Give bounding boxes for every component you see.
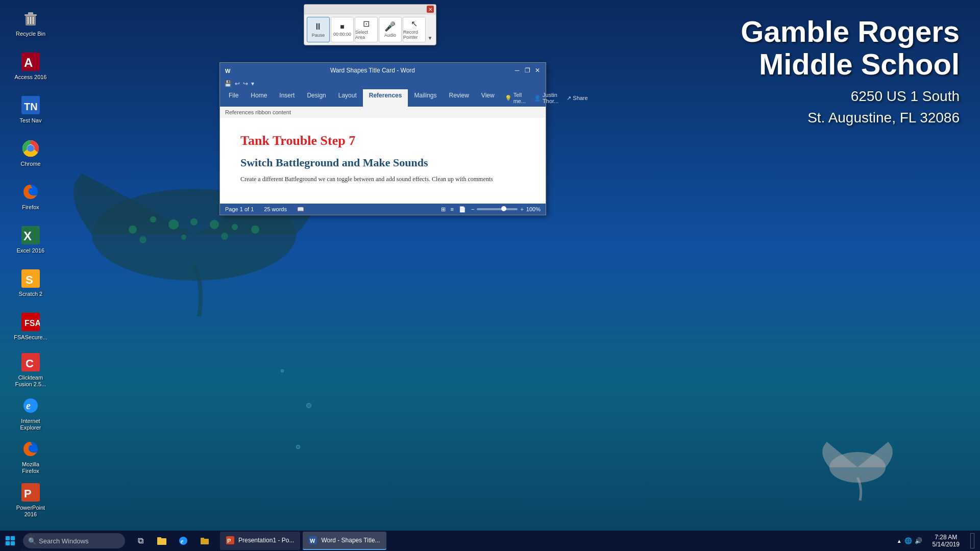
svg-text:e: e: [26, 400, 31, 411]
svg-text:W: W: [310, 538, 315, 544]
chrome-icon: [20, 138, 41, 159]
desktop-icons-column: Recycle Bin A Access 2016 TN Test Nav: [0, 0, 61, 531]
school-name-line1: Gamble Rogers: [741, 15, 960, 48]
rec-btn-timer[interactable]: ■ 00:00:00: [331, 17, 354, 42]
desktop-icon-firefox[interactable]: Firefox: [10, 176, 51, 217]
tray-network-icon[interactable]: 🌐: [904, 537, 912, 544]
word-save-btn[interactable]: 💾: [224, 80, 232, 87]
word-minimize-btn[interactable]: ─: [513, 66, 521, 74]
zoom-slider[interactable]: [477, 208, 518, 210]
desktop-icon-recycle-bin[interactable]: Recycle Bin: [10, 3, 51, 43]
svg-text:e: e: [181, 538, 184, 545]
tab-layout[interactable]: Layout: [332, 89, 363, 107]
rec-btn-select-area[interactable]: ⊡ Select Area: [355, 17, 378, 42]
desktop-icon-excel[interactable]: X Excel 2016: [10, 219, 51, 260]
word-restore-btn[interactable]: ❐: [523, 66, 531, 74]
school-address-line2: St. Augustine, FL 32086: [741, 107, 960, 129]
record-pointer-label: Record Pointer: [403, 30, 425, 40]
desktop-icon-chrome[interactable]: Chrome: [10, 133, 51, 173]
tray-up-arrow[interactable]: ▲: [897, 538, 902, 544]
file-explorer-icon: [157, 536, 167, 546]
layout-view-icon[interactable]: ⊞: [441, 206, 446, 213]
desktop-icon-access[interactable]: A Access 2016: [10, 46, 51, 87]
tab-design[interactable]: Design: [301, 89, 332, 107]
tell-me-item[interactable]: 💡 Tell me...: [501, 89, 530, 107]
tell-me-icon: 💡: [505, 95, 512, 102]
tab-view[interactable]: View: [475, 89, 501, 107]
svg-point-24: [28, 146, 33, 151]
share-item[interactable]: ↗ Share: [562, 89, 592, 107]
recording-toolbar: ✕ ⏸ Pause ■ 00:00:00 ⊡ Select Area 🎤 Aud…: [304, 4, 436, 45]
zoom-in-btn[interactable]: +: [520, 206, 523, 212]
taskbar-file-explorer[interactable]: [152, 531, 172, 551]
desktop-icon-test-nav[interactable]: TN Test Nav: [10, 89, 51, 130]
taskbar-search[interactable]: 🔍 Search Windows: [23, 533, 125, 548]
tab-review[interactable]: Review: [443, 89, 475, 107]
chrome-label: Chrome: [20, 161, 40, 167]
desktop-icon-mozilla[interactable]: Mozilla Firefox: [10, 436, 51, 477]
share-label: Share: [573, 95, 587, 101]
draft-view-icon[interactable]: 📄: [459, 206, 466, 213]
rec-btn-pause[interactable]: ⏸ Pause: [307, 17, 330, 42]
tab-mailings[interactable]: Mailings: [408, 89, 443, 107]
desktop-icon-powerpoint[interactable]: P PowerPoint 2016: [10, 480, 51, 520]
show-desktop-btn[interactable]: [965, 531, 980, 551]
rec-btn-record-pointer[interactable]: ↖ Record Pointer: [403, 17, 426, 42]
recording-toolbar-titlebar: ✕: [304, 5, 436, 14]
tab-home[interactable]: Home: [244, 89, 273, 107]
test-nav-icon: TN: [20, 95, 41, 115]
tab-references[interactable]: References: [363, 89, 408, 107]
rec-btn-audio[interactable]: 🎤 Audio: [379, 17, 402, 42]
desktop-icon-clickteam[interactable]: C Clickteam Fusion 2.5...: [10, 349, 51, 390]
desktop: Gamble Rogers Middle School 6250 US 1 So…: [0, 0, 980, 551]
word-close-btn[interactable]: ✕: [533, 66, 542, 74]
expand-icon[interactable]: ▼: [427, 34, 433, 41]
select-area-label: Select Area: [355, 30, 377, 40]
recording-toolbar-close[interactable]: ✕: [427, 6, 434, 13]
desktop-icon-fsa[interactable]: FSA FSASecure...: [10, 306, 51, 347]
taskbar-ie[interactable]: e: [173, 531, 193, 551]
word-app-icon: W: [224, 66, 232, 74]
tell-me-label: Tell me...: [513, 92, 526, 104]
word-undo-btn[interactable]: ↩: [235, 80, 240, 87]
scratch-label: Scratch 2: [19, 291, 42, 297]
word-doc-body: Create a different Battleground we can t…: [240, 176, 525, 183]
excel-icon: X: [20, 225, 41, 245]
desktop-icon-ie[interactable]: e Internet Explorer: [10, 393, 51, 434]
outline-view-icon[interactable]: ≡: [451, 206, 454, 212]
record-pointer-icon: ↖: [411, 20, 418, 28]
svg-point-10: [221, 233, 228, 240]
school-address: 6250 US 1 South St. Augustine, FL 32086: [741, 86, 960, 129]
word-qat-more-btn[interactable]: ▾: [251, 80, 254, 87]
user-icon: 👤: [534, 95, 541, 102]
tab-insert[interactable]: Insert: [273, 89, 301, 107]
zoom-out-btn[interactable]: −: [471, 206, 474, 212]
taskbar-word-item[interactable]: W Word - Shapes Title...: [303, 532, 386, 550]
taskbar-task-view[interactable]: ⧉: [130, 531, 151, 551]
desktop-icon-scratch[interactable]: S Scratch 2: [10, 263, 51, 304]
word-redo-btn[interactable]: ↪: [243, 80, 248, 87]
word-qat: 💾 ↩ ↪ ▾: [220, 78, 546, 89]
clock-date: 5/14/2019: [933, 541, 960, 548]
access-icon: A: [20, 52, 41, 72]
svg-text:FSA: FSA: [24, 319, 40, 328]
svg-rect-48: [157, 537, 161, 539]
clickteam-icon: C: [20, 352, 41, 372]
word-ribbon-tabs: File Home Insert Design Layout Reference…: [220, 89, 546, 107]
zoom-controls: − + 100%: [471, 206, 541, 212]
taskbar-file-mgr[interactable]: [194, 531, 215, 551]
svg-rect-14: [28, 12, 33, 15]
search-icon: 🔍: [28, 537, 36, 545]
user-item[interactable]: 👤 Justin Thor...: [530, 89, 562, 107]
bubble-3: [306, 403, 311, 408]
svg-text:X: X: [23, 229, 32, 243]
taskbar-file-mgr-icon: [200, 536, 210, 546]
audio-icon: 🎤: [384, 22, 396, 31]
tab-file[interactable]: File: [223, 89, 244, 107]
word-document[interactable]: Tank Trouble Step 7 Switch Battleground …: [220, 118, 546, 204]
tray-volume-icon[interactable]: 🔊: [915, 537, 922, 544]
taskbar-presentation-item[interactable]: P Presentation1 - Po...: [220, 532, 300, 550]
start-button[interactable]: [0, 531, 20, 551]
taskbar-clock[interactable]: 7:28 AM 5/14/2019: [927, 534, 965, 548]
svg-text:W: W: [225, 68, 231, 74]
